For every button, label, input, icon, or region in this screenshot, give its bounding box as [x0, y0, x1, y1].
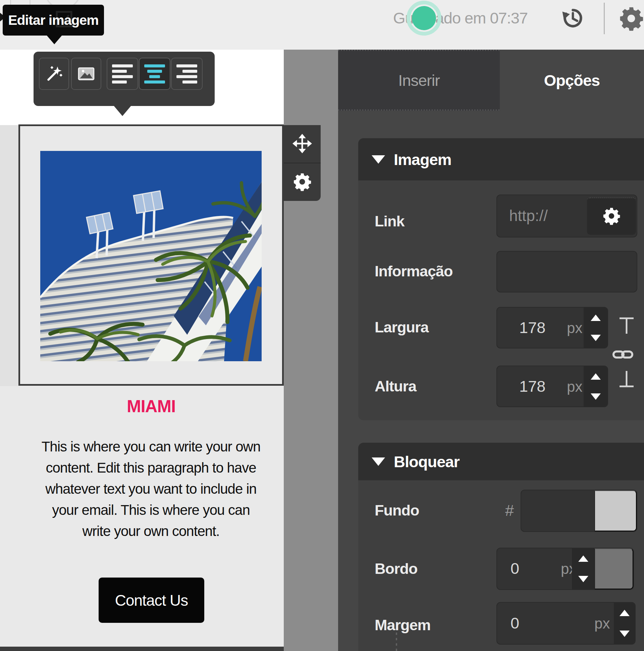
- block-settings-handle[interactable]: [284, 163, 321, 201]
- align-center-button[interactable]: [139, 58, 171, 90]
- link-dimensions-button[interactable]: [612, 347, 634, 362]
- largura-unit: px: [567, 320, 582, 336]
- arrow-up-icon: [619, 610, 630, 616]
- topbar-divider: [604, 3, 605, 34]
- fundo-label: Fundo: [375, 502, 419, 519]
- align-right-button[interactable]: [171, 58, 203, 90]
- arrow-down-icon: [578, 576, 588, 582]
- margem-step-up-button[interactable]: [614, 603, 635, 623]
- align-left-button[interactable]: [107, 58, 138, 90]
- section-bloquear-title: Bloquear: [394, 453, 460, 471]
- block-handles: [284, 125, 321, 201]
- tooltip-editar-imagem: Editar imagem: [3, 5, 104, 36]
- arrow-down-icon: [591, 394, 601, 400]
- tab-opcoes[interactable]: Opções: [500, 50, 644, 111]
- arrow-up-icon: [578, 555, 588, 562]
- contact-us-button[interactable]: Contact Us: [99, 578, 204, 623]
- arrow-down-icon: [619, 630, 630, 637]
- dotted-guide-line: [396, 632, 397, 651]
- top-bar: Guardado em 07:37: [0, 0, 644, 50]
- margem-input[interactable]: 0 px: [496, 602, 636, 645]
- align-left-icon: [112, 64, 133, 84]
- magic-wand-button[interactable]: [39, 58, 69, 90]
- altura-label: Altura: [375, 378, 416, 395]
- margem-value: 0: [511, 614, 519, 632]
- gear-icon: [618, 28, 644, 33]
- arrow-up-icon: [591, 315, 601, 321]
- link-settings-button[interactable]: [587, 197, 636, 235]
- altura-input[interactable]: 178 px: [496, 366, 608, 407]
- email-heading[interactable]: MIAMI: [19, 397, 284, 416]
- link-input[interactable]: http://: [496, 194, 637, 238]
- margem-label: Margem: [375, 616, 431, 634]
- tooltip-label: Editar imagem: [8, 12, 99, 28]
- history-icon: [560, 26, 586, 31]
- saving-spinner-dot: [412, 6, 436, 30]
- arrow-up-icon: [591, 373, 601, 380]
- section-imagem-title: Imagem: [394, 150, 452, 169]
- largura-stepper: [584, 308, 608, 348]
- align-bottom-icon: [618, 370, 635, 389]
- largura-step-down-button[interactable]: [584, 328, 608, 348]
- fundo-input[interactable]: [521, 490, 637, 532]
- bordo-label: Bordo: [375, 560, 417, 578]
- ghost-button-outline: [10, 0, 11, 5]
- tooltip-arrow: [46, 35, 62, 44]
- canvas-left-margin: [0, 125, 19, 386]
- gear-icon: [292, 172, 312, 193]
- bordo-color-swatch[interactable]: [594, 548, 633, 589]
- largura-label: Largura: [375, 319, 429, 336]
- link-label: Link: [375, 213, 404, 230]
- fundo-color-swatch[interactable]: [594, 490, 637, 531]
- align-right-icon: [177, 64, 197, 84]
- altura-stepper: [584, 366, 608, 406]
- margem-step-down-button[interactable]: [614, 623, 635, 644]
- image-toolbar-arrow: [113, 105, 131, 116]
- fundo-hash-prefix: #: [505, 501, 514, 520]
- collapse-triangle-icon: [372, 155, 385, 164]
- image-picker-button[interactable]: [71, 58, 101, 90]
- section-bloquear-header[interactable]: Bloquear: [358, 443, 644, 480]
- bordo-stepper: [572, 548, 594, 589]
- magic-wand-icon: [44, 64, 64, 84]
- email-editor-app: Guardado em 07:37: [0, 0, 644, 651]
- arrow-down-icon: [591, 335, 601, 341]
- gear-icon: [602, 206, 621, 227]
- history-button[interactable]: [559, 5, 586, 32]
- canvas-bottom-bar: [0, 647, 284, 651]
- largura-value: 178: [519, 318, 545, 337]
- informacao-input[interactable]: [496, 251, 637, 292]
- email-paragraph[interactable]: This is where you can write your own con…: [38, 436, 264, 542]
- link-placeholder: http://: [509, 207, 548, 225]
- altura-value: 178: [519, 377, 545, 396]
- margem-unit: px: [594, 615, 610, 632]
- move-icon: [293, 134, 312, 154]
- bordo-step-down-button[interactable]: [572, 569, 594, 589]
- section-imagem-header[interactable]: Imagem: [358, 138, 644, 181]
- informacao-label: Informação: [375, 262, 453, 280]
- move-block-handle[interactable]: [284, 125, 321, 163]
- align-center-icon: [144, 64, 165, 84]
- altura-unit: px: [567, 378, 582, 395]
- settings-button[interactable]: [617, 5, 644, 33]
- altura-step-down-button[interactable]: [584, 386, 608, 406]
- bordo-input[interactable]: 0 px: [496, 548, 634, 590]
- largura-step-up-button[interactable]: [584, 308, 608, 328]
- altura-step-up-button[interactable]: [584, 366, 608, 386]
- collapse-triangle-icon: [372, 458, 385, 466]
- align-top-icon: [618, 317, 635, 336]
- bordo-step-up-button[interactable]: [572, 548, 594, 569]
- bordo-value: 0: [511, 559, 519, 578]
- margem-stepper: [614, 603, 635, 644]
- chain-link-icon: [612, 357, 634, 362]
- largura-input[interactable]: 178 px: [496, 307, 608, 348]
- miami-photo[interactable]: [40, 151, 262, 361]
- image-icon: [76, 64, 96, 84]
- tab-inserir[interactable]: Inserir: [338, 50, 500, 111]
